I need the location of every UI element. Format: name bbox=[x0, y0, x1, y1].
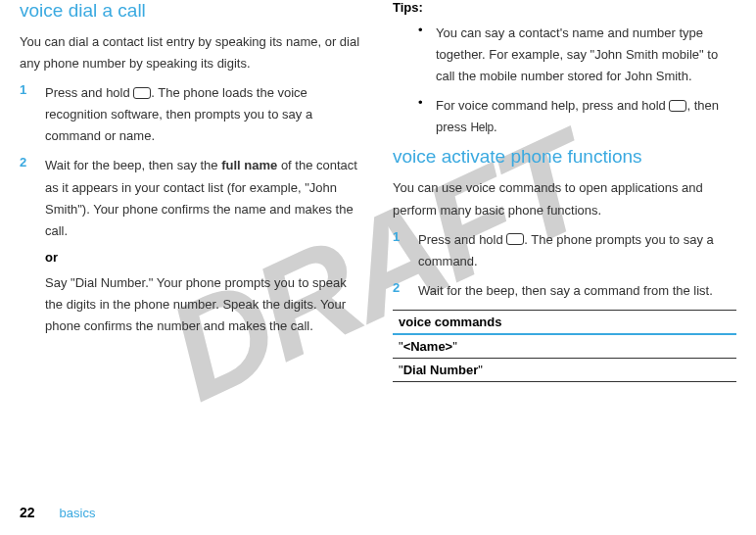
or-text: Say "Dial Number." Your phone prompts yo… bbox=[45, 272, 363, 337]
text-part: Wait for the beep, then say the bbox=[45, 158, 221, 172]
step-text: Wait for the beep, then say the full nam… bbox=[45, 155, 363, 241]
table-cell: "Dial Number" bbox=[393, 358, 736, 381]
text-part: " bbox=[452, 339, 457, 354]
heading-voice-dial: voice dial a call bbox=[20, 0, 363, 22]
step-number: 1 bbox=[20, 82, 45, 147]
step-1: 1 Press and hold . The phone loads the v… bbox=[20, 82, 363, 147]
button-icon bbox=[669, 100, 686, 112]
tips-label: Tips: bbox=[393, 0, 736, 15]
button-icon bbox=[506, 233, 524, 245]
bullet-marker: • bbox=[418, 95, 436, 138]
step-2: 2 Wait for the beep, then say the full n… bbox=[20, 155, 363, 241]
text-part: Press and hold bbox=[418, 232, 506, 247]
step-2: 2 Wait for the beep, then say a command … bbox=[393, 280, 736, 302]
step-text: Wait for the beep, then say a command fr… bbox=[418, 280, 713, 302]
step-text: Press and hold . The phone prompts you t… bbox=[418, 229, 736, 272]
table-row: "<Name>" bbox=[393, 334, 736, 359]
right-column: Tips: • You can say a contact's name and… bbox=[393, 0, 736, 382]
text-part: For voice command help, press and hold bbox=[436, 98, 669, 113]
bullet-text: You can say a contact's name and number … bbox=[436, 23, 736, 87]
voice-commands-table: voice commands "<Name>" "Dial Number" bbox=[393, 310, 736, 382]
or-label: or bbox=[45, 250, 363, 265]
bold-text: full name bbox=[221, 158, 277, 172]
table-cell: "<Name>" bbox=[393, 334, 736, 359]
step-number: 1 bbox=[393, 229, 418, 272]
table-row: "Dial Number" bbox=[393, 358, 736, 381]
bold-text: <Name> bbox=[403, 339, 453, 354]
step-number: 2 bbox=[393, 280, 418, 302]
page-footer: 22 basics bbox=[20, 505, 95, 520]
bullet-text: For voice command help, press and hold ,… bbox=[436, 95, 736, 138]
table-header-row: voice commands bbox=[393, 310, 736, 334]
step-number: 2 bbox=[20, 155, 45, 241]
bold-text: Dial Number bbox=[403, 363, 479, 377]
left-column: voice dial a call You can dial a contact… bbox=[20, 0, 363, 382]
table-header: voice commands bbox=[393, 310, 736, 334]
page-number: 22 bbox=[20, 505, 35, 520]
bullet-2: • For voice command help, press and hold… bbox=[418, 95, 736, 138]
step-1: 1 Press and hold . The phone prompts you… bbox=[393, 229, 736, 272]
heading-voice-activate: voice activate phone functions bbox=[393, 146, 736, 168]
button-icon bbox=[133, 87, 151, 99]
page-content: voice dial a call You can dial a contact… bbox=[0, 0, 756, 382]
bullet-marker: • bbox=[418, 23, 436, 87]
bullet-1: • You can say a contact's name and numbe… bbox=[418, 23, 736, 87]
section-label: basics bbox=[60, 506, 96, 520]
intro-text: You can dial a contact list entry by spe… bbox=[20, 31, 363, 74]
intro-text: You can use voice commands to open appli… bbox=[393, 177, 736, 220]
text-part: " bbox=[478, 363, 483, 377]
text-part: Press and hold bbox=[45, 85, 133, 100]
step-text: Press and hold . The phone loads the voi… bbox=[45, 82, 363, 147]
help-label: Help bbox=[470, 121, 493, 134]
text-part: . bbox=[494, 120, 497, 134]
